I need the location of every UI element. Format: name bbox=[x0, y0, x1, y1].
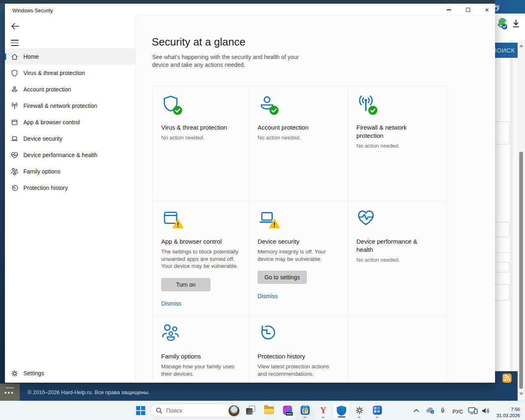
language-indicator[interactable]: РУС bbox=[452, 409, 463, 415]
running-indicator bbox=[376, 417, 379, 418]
microsoft-store-button[interactable] bbox=[300, 405, 310, 415]
taskbar-search[interactable] bbox=[150, 404, 241, 417]
site-left-band bbox=[0, 4, 5, 401]
card-app-browser-control[interactable]: App & browser control The settings to bl… bbox=[153, 201, 249, 315]
card-virus-threat-protection[interactable]: Virus & threat protection No action need… bbox=[153, 87, 249, 200]
sidebar-item-virus-threat-protection[interactable]: Virus & threat protection bbox=[5, 65, 135, 81]
store-icon bbox=[301, 406, 310, 415]
card-title: Account protection bbox=[258, 123, 340, 132]
yandex-icon: Y bbox=[320, 406, 326, 415]
download-icon[interactable] bbox=[512, 19, 520, 29]
rss-icon[interactable] bbox=[502, 374, 511, 383]
menu-button[interactable] bbox=[11, 40, 18, 46]
screen: ✕ ПОИСК © 2010–2026 Hard-Help.ru. Все пр… bbox=[0, 0, 525, 420]
browser-scrollbar-thumb[interactable] bbox=[519, 152, 523, 389]
scrollbar-down-arrow[interactable] bbox=[519, 393, 523, 395]
card-family-options[interactable]: Family options Manage how your family us… bbox=[153, 315, 249, 383]
settings-taskbar-button[interactable] bbox=[354, 405, 364, 415]
go-to-settings-button[interactable]: Go to settings bbox=[258, 271, 307, 284]
site-collapsed-widget[interactable] bbox=[0, 383, 20, 401]
minimize-button[interactable] bbox=[440, 5, 457, 15]
laptop-icon bbox=[11, 135, 18, 143]
volume-icon[interactable] bbox=[482, 407, 490, 414]
card-title: App & browser control bbox=[161, 237, 241, 246]
search-icon bbox=[156, 407, 162, 414]
cube-app-icon bbox=[373, 406, 382, 415]
card-firewall-network-protection[interactable]: Firewall & network protection No action … bbox=[348, 87, 447, 200]
clock-time: 7:56 bbox=[495, 406, 520, 413]
sidebar-item-label: Settings bbox=[23, 370, 44, 377]
back-button[interactable] bbox=[10, 21, 20, 31]
background-browser-toolbar bbox=[495, 14, 525, 40]
app-window-icon bbox=[11, 119, 18, 126]
card-account-protection[interactable]: Account protection No action needed. bbox=[249, 87, 348, 200]
start-button[interactable] bbox=[136, 406, 145, 415]
m365-copilot-button[interactable]: M365 bbox=[283, 405, 292, 415]
background-table-line bbox=[499, 57, 500, 121]
card-device-security[interactable]: Device security Memory integrity is off.… bbox=[249, 201, 348, 315]
active-indicator bbox=[338, 416, 345, 418]
window-title: Windows Security bbox=[12, 8, 53, 14]
sidebar-item-device-security[interactable]: Device security bbox=[5, 130, 135, 147]
sidebar-item-settings[interactable]: Settings bbox=[5, 365, 135, 381]
microphone-icon[interactable] bbox=[440, 406, 446, 414]
maximize-icon bbox=[466, 8, 470, 12]
weather-cloud-icon[interactable] bbox=[426, 407, 435, 414]
task-view-button[interactable] bbox=[246, 405, 256, 415]
sidebar-item-account-protection[interactable]: Account protection bbox=[5, 81, 135, 98]
sidebar-item-label: Home bbox=[23, 53, 39, 60]
yandex-browser-button[interactable]: Y bbox=[318, 405, 328, 415]
warning-badge-icon bbox=[172, 219, 184, 229]
file-explorer-button[interactable] bbox=[264, 405, 274, 415]
history-icon bbox=[258, 323, 276, 342]
background-divider bbox=[495, 252, 510, 253]
sidebar-item-label: App & browser control bbox=[23, 119, 80, 126]
dot bbox=[5, 392, 7, 394]
turn-on-button[interactable]: Turn on bbox=[161, 278, 210, 291]
sidebar-item-label: Account protection bbox=[23, 86, 71, 93]
background-browser-titlebar: ✕ bbox=[495, 0, 525, 14]
tray-overflow-chevron[interactable] bbox=[413, 409, 420, 413]
folder-icon bbox=[264, 406, 274, 414]
maximize-button[interactable] bbox=[459, 5, 477, 15]
check-badge-icon bbox=[368, 106, 377, 115]
search-daily-image[interactable] bbox=[228, 405, 240, 416]
card-device-performance-health[interactable]: Device performance & health No action ne… bbox=[348, 201, 447, 315]
card-status: No action needed. bbox=[258, 135, 340, 141]
sidebar-item-device-performance-health[interactable]: Device performance & health bbox=[5, 147, 135, 163]
antivirus-extension-icon[interactable] bbox=[497, 18, 508, 30]
family-icon bbox=[161, 323, 180, 342]
pixel-cube-app-button[interactable] bbox=[372, 405, 382, 415]
sidebar-item-firewall-network-protection[interactable]: Firewall & network protection bbox=[5, 98, 135, 114]
card-grid: Virus & threat protection No action need… bbox=[153, 86, 447, 383]
card-title: Family options bbox=[161, 352, 241, 361]
check-badge-icon bbox=[173, 106, 182, 115]
card-description: Manage how your family uses their device… bbox=[161, 363, 235, 377]
card-protection-history[interactable]: Protection history View latest protectio… bbox=[249, 315, 348, 383]
sidebar-item-app-browser-control[interactable]: App & browser control bbox=[5, 114, 135, 130]
sidebar-item-protection-history[interactable]: Protection history bbox=[5, 180, 135, 196]
card-description: The settings to block potentially unwant… bbox=[161, 248, 241, 270]
card-status: No action needed. bbox=[161, 135, 241, 141]
sidebar-item-home[interactable]: Home bbox=[5, 48, 135, 65]
gear-icon bbox=[355, 406, 364, 415]
windows-security-taskbar-button[interactable] bbox=[333, 402, 350, 419]
sidebar-item-label: Virus & threat protection bbox=[23, 70, 85, 76]
running-indicator bbox=[322, 417, 324, 418]
search-input[interactable] bbox=[166, 404, 213, 416]
scrollbar-up-arrow[interactable] bbox=[519, 44, 523, 47]
gear-icon bbox=[11, 370, 18, 377]
dismiss-link[interactable]: Dismiss bbox=[258, 293, 278, 299]
taskbar-clock[interactable]: 7:56 31.03.2026 bbox=[495, 406, 520, 418]
connected-devices-icon[interactable] bbox=[468, 407, 478, 414]
close-button[interactable]: ✕ bbox=[478, 5, 495, 15]
card-title: Virus & threat protection bbox=[161, 123, 241, 132]
card-status: No action needed. bbox=[356, 143, 438, 149]
dismiss-link[interactable]: Dismiss bbox=[161, 300, 181, 307]
shield-icon bbox=[11, 69, 18, 77]
sidebar: Home Virus & threat protection Account p… bbox=[5, 48, 135, 196]
sidebar-item-family-options[interactable]: Family options bbox=[5, 163, 135, 180]
card-title: Device security bbox=[258, 237, 340, 246]
windows-security-window: Windows Security ✕ Home Virus & threat p… bbox=[5, 4, 495, 383]
close-icon: ✕ bbox=[485, 7, 489, 13]
